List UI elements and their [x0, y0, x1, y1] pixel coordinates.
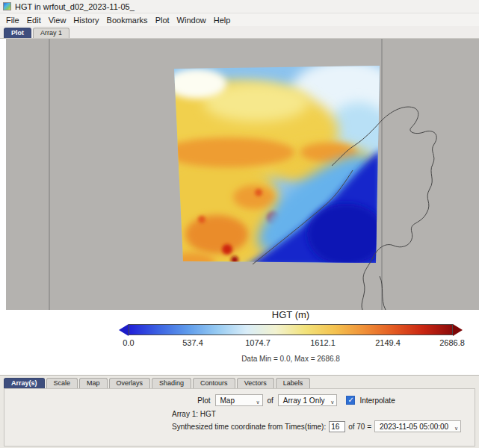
tick-label: 1074.7 — [245, 338, 271, 347]
menu-history[interactable]: History — [69, 16, 102, 25]
colorbar-ticks: 0.0 537.4 1074.7 1612.1 2149.4 2686.8 — [119, 338, 463, 348]
window-title: HGT in wrfout_d02_2023-11-05_ — [15, 2, 135, 11]
time-index-input[interactable] — [329, 421, 345, 432]
tick-label: 537.4 — [182, 338, 203, 347]
tick-label: 1612.1 — [310, 338, 336, 347]
tick-label: 0.0 — [123, 338, 134, 347]
bottom-tab-bar: Array(s) Scale Map Overlays Shading Cont… — [4, 376, 479, 388]
map-svg — [6, 39, 479, 310]
tab-map[interactable]: Map — [79, 378, 108, 388]
panel-content: Plot Map ∨ of Array 1 Only ∨ ✓ Interpola… — [4, 388, 475, 447]
array-info: Array 1: HGT — [172, 410, 216, 418]
plot-label: Plot — [197, 396, 210, 405]
colorbar-right-arrow — [453, 324, 463, 336]
tab-scale[interactable]: Scale — [46, 378, 78, 388]
chevron-down-icon: ∨ — [330, 397, 334, 408]
tab-array-1[interactable]: Array 1 — [33, 28, 69, 38]
colorbar-left-arrow — [119, 324, 129, 336]
time-select[interactable]: 2023-11-05 05:00:00 ∨ — [374, 420, 461, 432]
of-label: of — [268, 396, 274, 405]
menu-bookmarks[interactable]: Bookmarks — [103, 16, 152, 25]
tab-plot[interactable]: Plot — [4, 28, 31, 38]
menu-help[interactable]: Help — [210, 16, 235, 25]
plot-title: HGT (m) — [119, 309, 463, 320]
data-range-caption: Data Min = 0.0, Max = 2686.8 — [119, 355, 463, 363]
tick-label: 2686.8 — [439, 338, 465, 347]
tab-vectors[interactable]: Vectors — [237, 378, 274, 388]
colorbar — [119, 323, 463, 336]
plot-options-row: Plot Map ∨ of Array 1 Only ∨ ✓ Interpola… — [61, 394, 479, 406]
map-plot-canvas[interactable] — [6, 39, 479, 310]
tab-labels[interactable]: Labels — [276, 378, 311, 388]
chevron-down-icon: ∨ — [454, 423, 458, 434]
menu-edit[interactable]: Edit — [23, 16, 45, 25]
tab-arrays[interactable]: Array(s) — [4, 378, 45, 388]
chevron-down-icon: ∨ — [256, 397, 259, 408]
tab-contours[interactable]: Contours — [193, 378, 235, 388]
titlebar: HGT in wrfout_d02_2023-11-05_ — [0, 0, 479, 13]
control-panel: Array(s) Scale Map Overlays Shading Cont… — [0, 375, 479, 448]
plot-type-value: Map — [220, 396, 235, 405]
interpolate-label: Interpolate — [359, 396, 395, 405]
array-select[interactable]: Array 1 Only ∨ — [278, 394, 338, 406]
tab-shading[interactable]: Shading — [152, 378, 191, 388]
app-icon — [3, 2, 11, 10]
colorbar-block: HGT (m) 0.0 537.4 1074.7 1612.1 2149.4 2… — [119, 309, 463, 363]
menu-window[interactable]: Window — [173, 16, 210, 25]
colorbar-gradient — [129, 324, 453, 335]
tab-overlays[interactable]: Overlays — [109, 378, 151, 388]
check-icon: ✓ — [347, 396, 353, 405]
menu-view[interactable]: View — [45, 16, 70, 25]
array-select-value: Array 1 Only — [283, 396, 325, 405]
time-total-label: of 70 = — [348, 423, 371, 431]
time-label: Synthesized time coordinate from Times(t… — [172, 423, 326, 431]
menubar: File Edit View History Bookmarks Plot Wi… — [0, 13, 479, 26]
plot-type-select[interactable]: Map ∨ — [215, 394, 263, 406]
top-tab-bar: Plot Array 1 — [0, 26, 479, 39]
menu-file[interactable]: File — [2, 16, 23, 25]
tick-label: 2149.4 — [375, 338, 401, 347]
time-value: 2023-11-05 05:00:00 — [380, 423, 448, 431]
time-coordinate-row: Synthesized time coordinate from Times(t… — [172, 420, 461, 432]
menu-plot[interactable]: Plot — [152, 16, 173, 25]
interpolate-checkbox[interactable]: ✓ — [346, 396, 355, 405]
